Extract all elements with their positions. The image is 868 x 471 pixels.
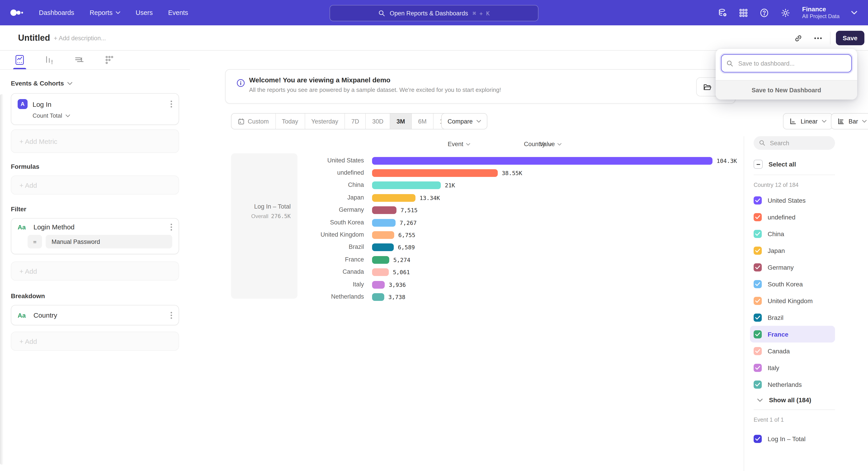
tab-retention[interactable] [105,51,114,69]
country-checkbox[interactable] [754,347,762,355]
date-range-30d[interactable]: 30D [366,114,390,129]
country-filter-item[interactable]: Netherlands [750,376,835,393]
country-checkbox[interactable] [754,230,762,238]
country-filter-item[interactable]: China [750,225,835,242]
nav-item-label: Users [135,9,153,16]
add-formula-button[interactable]: + Add [11,176,179,195]
country-filter-item[interactable]: undefined [750,209,835,225]
bar[interactable] [372,169,498,177]
add-filter-button[interactable]: + Add [11,262,179,281]
country-checkbox[interactable] [754,213,762,221]
show-all-button[interactable]: Show all (184) [754,396,835,404]
legend-search[interactable] [754,136,835,150]
global-search-button[interactable]: Open Reports & Dashboards ⌘ + K [330,5,538,21]
metric-kebab-icon[interactable] [170,100,172,108]
help-icon[interactable] [760,8,769,18]
country-checkbox[interactable] [754,263,762,271]
dashboard-search-field[interactable] [721,54,852,72]
country-checkbox[interactable] [754,363,762,372]
country-filter-item[interactable]: Germany [750,259,835,275]
report-title[interactable]: Untitled [18,33,50,43]
add-description-placeholder[interactable]: + Add description... [54,35,106,41]
bar[interactable] [372,231,394,239]
save-to-new-dashboard-button[interactable]: Save to New Dashboard [716,80,857,99]
tab-insights[interactable] [15,51,24,69]
country-filter-item[interactable]: Brazil [750,309,835,326]
country-checkbox[interactable] [754,297,762,305]
bar[interactable] [372,206,397,214]
events-cohorts-header[interactable]: Events & Cohorts [11,80,179,87]
breakdown-kebab-icon[interactable] [170,312,172,319]
bar[interactable] [372,194,415,202]
bar[interactable] [372,157,712,165]
breakdown-property-name[interactable]: Country [33,311,165,319]
nav-item-events[interactable]: Events [168,9,188,16]
data-management-icon[interactable] [718,8,727,18]
country-filter-item[interactable]: Italy [750,359,835,376]
country-filter-item[interactable]: Canada [750,343,835,359]
date-range-yesterday[interactable]: Yesterday [305,114,344,129]
add-metric-button[interactable]: + Add Metric [11,129,179,153]
filter-property-name[interactable]: Login Method [33,223,165,231]
chart-type-button[interactable]: Bar [831,113,868,129]
country-filter-item[interactable]: Japan [750,242,835,259]
bar[interactable] [372,244,394,251]
add-breakdown-button[interactable]: + Add [11,332,179,351]
chevron-down-icon [68,82,72,85]
aggregation-label: Count Total [33,112,62,119]
copy-link-icon[interactable] [792,32,804,44]
event-filter-item[interactable]: Log In – Total [750,430,835,447]
date-range-today[interactable]: Today [275,114,305,129]
report-type-tabs [0,51,190,70]
country-checkbox[interactable] [754,280,762,288]
bar[interactable] [372,268,389,276]
bar[interactable] [372,182,441,189]
compare-button[interactable]: Compare [441,113,487,129]
bar[interactable] [372,293,384,301]
country-checkbox[interactable] [754,246,762,255]
event-checkbox[interactable] [754,435,762,443]
top-nav: DashboardsReportsUsersEvents Open Report… [0,0,868,25]
date-range-6m[interactable]: 6M [411,114,433,129]
country-checkbox[interactable] [754,196,762,204]
date-range-3m[interactable]: 3M [390,114,411,129]
bar[interactable] [372,219,396,227]
breakdown-card[interactable]: Aa Country [11,305,179,325]
bar[interactable] [372,281,385,289]
filter-kebab-icon[interactable] [170,223,172,231]
metric-event-name[interactable]: Log In [33,100,165,108]
nav-item-dashboards[interactable]: Dashboards [39,9,74,16]
date-range-custom[interactable]: Custom [231,114,275,129]
country-filter-item[interactable]: United States [750,192,835,209]
country-filter-item[interactable]: France [750,326,835,343]
mixpanel-logo-icon[interactable] [10,8,24,17]
country-checkbox[interactable] [754,380,762,388]
country-checkbox[interactable] [754,330,762,338]
metric-card[interactable]: A Log In Count Total [11,93,179,125]
tab-funnels[interactable] [45,51,54,69]
nav-item-reports[interactable]: Reports [90,9,120,16]
save-button[interactable]: Save [836,31,864,45]
project-selector[interactable]: Finance All Project Data [802,5,839,20]
scale-selector-button[interactable]: Linear [783,113,833,129]
filter-operator[interactable]: = [28,235,42,248]
select-all-checkbox[interactable] [754,160,763,169]
aggregation-selector[interactable]: Count Total [18,112,172,119]
column-header-value[interactable]: Value [372,141,729,147]
dashboard-search-input[interactable] [737,59,846,67]
tab-flows[interactable] [74,51,85,69]
filter-card[interactable]: Aa Login Method = Manual Password [11,218,179,254]
settings-gear-icon[interactable] [781,8,790,18]
country-filter-item[interactable]: South Korea [750,275,835,292]
project-chevron-down-icon[interactable] [851,11,857,14]
date-range-7d[interactable]: 7D [344,114,366,129]
filter-value[interactable]: Manual Password [46,235,172,248]
legend-search-input[interactable] [769,139,825,147]
apps-grid-icon[interactable] [739,8,748,17]
select-all-row[interactable]: Select all [754,160,835,169]
nav-item-users[interactable]: Users [135,9,153,16]
bar[interactable] [372,256,389,264]
country-checkbox[interactable] [754,313,762,321]
country-filter-item[interactable]: United Kingdom [750,292,835,309]
more-options-icon[interactable] [812,32,824,44]
